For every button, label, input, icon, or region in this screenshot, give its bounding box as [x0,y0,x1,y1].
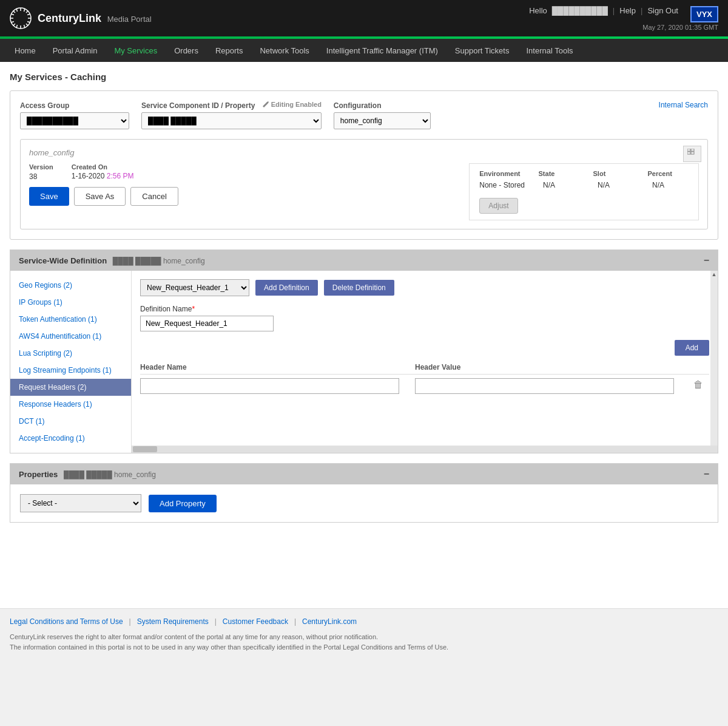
header-value-col: Header Value [415,361,690,375]
footer-legal-link[interactable]: Legal Conditions and Terms of Use [10,617,129,626]
access-group-label: Access Group [20,101,129,110]
footer: Legal Conditions and Terms of Use | Syst… [0,608,728,657]
save-as-button[interactable]: Save As [74,187,126,206]
header-name-input[interactable] [140,378,399,394]
swd-item-aws4[interactable]: AWS4 Authentification (1) [10,328,131,345]
properties-collapse-button[interactable]: − [704,469,709,480]
access-group-select[interactable]: ██████████ [20,112,129,129]
add-property-button[interactable]: Add Property [149,495,217,512]
nav-internal-tools[interactable]: Internal Tools [517,39,581,62]
service-wide-collapse-button[interactable]: − [704,255,709,266]
definition-select[interactable]: New_Request_Header_1 [140,279,249,296]
configuration-group: Configuration home_config [334,101,431,129]
horizontal-scrollbar[interactable] [132,446,718,453]
config-inner-card: home_config Version 38 Created On 1-16-2… [20,139,708,229]
header-name-col: Header Name [140,361,415,375]
env-table-row: None - Stored N/A N/A N/A [479,181,689,189]
scroll-thumb-h [133,446,157,452]
edit-icon [262,101,269,108]
main-nav: Home Portal Admin My Services Orders Rep… [0,39,728,62]
logo-subtitle: Media Portal [107,15,152,24]
svg-rect-20 [691,152,694,154]
nav-support-tickets[interactable]: Support Tickets [447,39,518,62]
logo-area: CenturyLink Media Portal [10,7,152,29]
svg-line-6 [26,24,29,26]
definition-name-section: Definition Name* [140,305,709,331]
definition-name-label: Definition Name* [140,305,709,313]
edit-icon-button[interactable] [683,146,701,162]
separator2: | [641,6,642,22]
nav-orders[interactable]: Orders [166,39,207,62]
definition-select-row: New_Request_Header_1 Add Definition Dele… [140,279,709,296]
version-item: Version 38 [29,163,53,181]
footer-centurylink-link[interactable]: CenturyLink.com [296,617,363,626]
swd-item-response-headers[interactable]: Response Headers (1) [10,396,131,413]
add-definition-button[interactable]: Add Definition [255,280,318,296]
meta-row: Version 38 Created On 1-16-2020 2:56 PM [29,163,451,181]
header-date: May 27, 2020 01:35 GMT [642,24,718,31]
scroll-up-arrow[interactable]: ▲ [710,271,718,277]
header-value-input[interactable] [415,378,674,394]
svg-rect-18 [691,149,694,151]
add-button[interactable]: Add [675,340,709,356]
editing-enabled: Editing Enabled [262,101,322,108]
properties-header-title-area: Properties ████ █████ home_config [19,470,156,479]
swd-item-log-streaming[interactable]: Log Streaming Endpoints (1) [10,362,131,379]
selectors-row: Internal Search Access Group ██████████ … [20,101,708,129]
cancel-button[interactable]: Cancel [130,187,178,206]
header-value-cell [415,375,690,395]
properties-section-header: Properties ████ █████ home_config − [10,464,718,484]
env-table-header: Environment State Slot Percent [479,170,689,177]
centurylink-logo-icon [10,7,32,29]
nav-reports[interactable]: Reports [207,39,252,62]
service-component-select[interactable]: ████ █████ [141,112,322,129]
header-table: Header Name Header Value [140,361,709,394]
configuration-select[interactable]: home_config [334,112,431,129]
nav-itm[interactable]: Intelligent Traffic Manager (ITM) [318,39,447,62]
help-link[interactable]: Help [619,6,636,22]
header-name-cell [140,375,415,395]
swd-right-content: ▲ ▼ New_Request_Header_1 Add Definition … [132,271,718,453]
definition-name-input[interactable] [140,316,274,331]
properties-panel: Properties ████ █████ home_config − - Se… [10,463,718,523]
version-block: Version 38 Created On 1-16-2020 2:56 PM [29,163,451,206]
swd-item-ip-groups[interactable]: IP Groups (1) [10,294,131,311]
nav-my-services[interactable]: My Services [106,39,166,62]
header-action-col [690,361,709,375]
config-meta: Version 38 Created On 1-16-2020 2:56 PM [29,163,699,220]
environment-table: Environment State Slot Percent None - St… [469,163,699,220]
swd-item-request-headers[interactable]: Request Headers (2) [10,379,131,396]
footer-customer-feedback-link[interactable]: Customer Feedback [217,617,294,626]
internal-search-link[interactable]: Internal Search [659,101,708,109]
save-button[interactable]: Save [29,187,69,206]
swd-item-token-auth[interactable]: Token Authentication (1) [10,311,131,328]
sign-out-link[interactable]: Sign Out [647,6,678,22]
nav-network-tools[interactable]: Network Tools [251,39,317,62]
service-wide-panel: Service-Wide Definition ████ █████ home_… [10,249,718,453]
top-header: CenturyLink Media Portal Hello █████████… [0,0,728,36]
delete-row-button[interactable]: 🗑 [690,378,707,392]
properties-select[interactable]: - Select - [20,494,141,512]
svg-rect-19 [687,152,690,154]
vyx-badge: VYX [690,6,718,22]
footer-system-requirements-link[interactable]: System Requirements [131,617,215,626]
swd-item-accept-encoding[interactable]: Accept-Encoding (1) [10,430,131,447]
properties-row: - Select - Add Property [20,494,708,512]
swd-item-lua[interactable]: Lua Scripting (2) [10,345,131,362]
svg-line-7 [26,11,29,13]
header-right: Hello ██████████ | Help | Sign Out VYX M… [529,6,718,31]
swd-left-menu: Geo Regions (2) IP Groups (1) Token Auth… [10,271,132,453]
scroll-bar[interactable]: ▲ ▼ [710,271,718,453]
selector-card: Internal Search Access Group ██████████ … [10,90,718,240]
nav-home[interactable]: Home [6,39,44,62]
access-group-group: Access Group ██████████ [20,101,129,129]
swd-item-dct[interactable]: DCT (1) [10,413,131,430]
delete-definition-button[interactable]: Delete Definition [324,280,394,296]
swd-item-geo-regions[interactable]: Geo Regions (2) [10,277,131,294]
service-wide-body: Geo Regions (2) IP Groups (1) Token Auth… [10,271,718,453]
nav-portal-admin[interactable]: Portal Admin [44,39,106,62]
separator1: | [613,6,615,22]
footer-disclaimer: CenturyLink reserves the right to alter … [10,632,718,652]
footer-links: Legal Conditions and Terms of Use | Syst… [10,617,718,626]
hello-text: Hello [529,6,547,22]
